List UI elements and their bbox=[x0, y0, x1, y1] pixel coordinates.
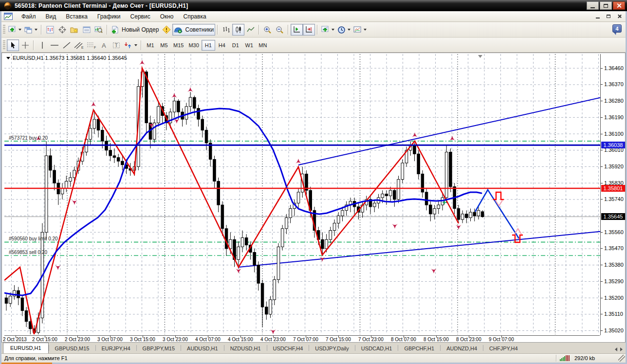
chart-tab-gbpchf-h1[interactable]: GBPCHF,H1 bbox=[398, 344, 440, 353]
chart-tab-usdchf-h4[interactable]: USDCHF,H4 bbox=[267, 344, 309, 353]
cursor-tool-button[interactable] bbox=[7, 39, 19, 51]
market-watch-button[interactable] bbox=[44, 24, 56, 36]
auto-scroll-button[interactable] bbox=[291, 24, 303, 36]
profiles-button[interactable] bbox=[23, 24, 39, 36]
resize-grip[interactable] bbox=[618, 355, 625, 362]
trendline bbox=[239, 231, 601, 267]
metaeditor-button[interactable] bbox=[160, 24, 172, 36]
horizontal-line-button[interactable] bbox=[48, 39, 60, 51]
crosshair-tool-button[interactable] bbox=[19, 39, 31, 51]
timeframe-button-m1[interactable]: M1 bbox=[144, 40, 157, 51]
chart-tab-chfjpy-h4[interactable]: CHFJPY,H4 bbox=[483, 344, 523, 353]
order-line-label[interactable]: #590560 buy limit 0.20 bbox=[9, 236, 58, 241]
menu-item-графики[interactable]: Графики bbox=[92, 12, 126, 21]
expert-advisors-button[interactable]: Советники bbox=[172, 24, 215, 36]
moving-average-line bbox=[4, 109, 481, 295]
trendline-button[interactable] bbox=[60, 39, 73, 51]
menu-item-окно[interactable]: Окно bbox=[155, 12, 179, 21]
menu-item-вид[interactable]: Вид bbox=[41, 12, 61, 21]
status-bar: Для справки, нажмите F1 292/0 kb bbox=[1, 353, 626, 363]
chart-tab-gbpjpy-m15[interactable]: GBPJPY,M15 bbox=[137, 344, 181, 353]
candle-bullish bbox=[297, 192, 300, 203]
equidistant-channel-button[interactable]: E bbox=[73, 39, 85, 51]
arrow-objects-button[interactable] bbox=[122, 39, 139, 51]
fibonacci-button[interactable]: F bbox=[85, 39, 98, 51]
line-chart-button[interactable] bbox=[244, 24, 257, 36]
candle-bearish bbox=[25, 310, 28, 321]
periods-button[interactable] bbox=[336, 24, 352, 36]
timeframe-button-mn[interactable]: MN bbox=[256, 40, 270, 51]
candle-bullish bbox=[273, 280, 276, 300]
title-bar[interactable]: 565018: Panteon Client Terminal - Демо С… bbox=[0, 0, 627, 11]
tab-scroll-left-button[interactable] bbox=[615, 347, 617, 351]
vertical-line-button[interactable] bbox=[36, 39, 48, 51]
chart-plot[interactable] bbox=[4, 54, 601, 334]
text-tool-button[interactable]: A bbox=[98, 39, 110, 51]
time-axis[interactable]: 2 Oct 20132 Oct 15:002 Oct 23:003 Oct 07… bbox=[4, 335, 600, 343]
chart-tab-audusd-h1[interactable]: AUDUSD,H1 bbox=[181, 344, 224, 353]
toolbar-separator bbox=[141, 40, 142, 50]
toolbar-grip[interactable] bbox=[3, 25, 5, 35]
horizontal-line-icon bbox=[50, 41, 59, 49]
menu-item-сервис[interactable]: Сервис bbox=[126, 12, 155, 21]
new-order-button[interactable]: Новый Ордер bbox=[110, 24, 160, 36]
child-close-button[interactable] bbox=[614, 12, 625, 20]
bar-chart-button[interactable] bbox=[220, 24, 232, 36]
chart-tab-usdjpy-daily[interactable]: USDJPY,Daily bbox=[309, 344, 355, 353]
navigator-button[interactable] bbox=[68, 24, 80, 36]
tab-scroll-right-button[interactable] bbox=[620, 347, 623, 351]
minimize-button[interactable] bbox=[587, 1, 599, 10]
new-chart-button[interactable] bbox=[7, 24, 23, 36]
chart-tab-gbpusd-m15[interactable]: GBPUSD,M15 bbox=[49, 344, 95, 353]
chart-tab-usdcad-h1[interactable]: USDCAD,H1 bbox=[355, 344, 398, 353]
connection-bars-icon bbox=[560, 355, 570, 361]
menu-item-вставка[interactable]: Вставка bbox=[61, 12, 92, 21]
close-button[interactable] bbox=[613, 1, 625, 10]
zoom-in-button[interactable] bbox=[261, 24, 274, 36]
timeframe-button-m5[interactable]: M5 bbox=[157, 40, 171, 51]
time-axis-label: 2 Oct 23:00 bbox=[65, 337, 90, 342]
timeframe-button-m30[interactable]: M30 bbox=[186, 40, 201, 51]
order-line-label[interactable]: #573721 buy 0.20 bbox=[9, 135, 48, 141]
chart-tab-nzdusd-h1[interactable]: NZDUSD,H1 bbox=[224, 344, 267, 353]
menu-item-файл[interactable]: Файл bbox=[17, 12, 41, 21]
crosshair-icon bbox=[58, 26, 66, 34]
close-icon bbox=[616, 3, 622, 8]
strategy-tester-button[interactable] bbox=[92, 24, 105, 36]
fractal-down-icon bbox=[55, 265, 61, 270]
chart-tab-audnzd-h4[interactable]: AUDNZD,H4 bbox=[441, 344, 483, 353]
templates-button[interactable] bbox=[352, 24, 368, 36]
restore-button[interactable] bbox=[600, 1, 612, 10]
child-restore-button[interactable] bbox=[603, 12, 614, 20]
toolbar-grip[interactable] bbox=[3, 40, 5, 50]
timeframe-button-m15[interactable]: M15 bbox=[171, 40, 186, 51]
text-label-button[interactable]: T bbox=[110, 39, 122, 51]
candlestick-chart-button[interactable] bbox=[232, 24, 244, 36]
price-tick bbox=[601, 199, 603, 200]
timeframe-button-w1[interactable]: W1 bbox=[242, 40, 256, 51]
indicators-button[interactable] bbox=[320, 24, 336, 36]
timeframe-button-h4[interactable]: H4 bbox=[215, 40, 229, 51]
toolbar-separator bbox=[317, 25, 318, 35]
chart-tab-eurjpy-h4[interactable]: EURJPY,H4 bbox=[96, 344, 136, 353]
data-window-button[interactable] bbox=[56, 24, 68, 36]
candle-bearish bbox=[53, 170, 56, 183]
child-minimize-button[interactable] bbox=[592, 12, 603, 20]
zoom-out-button[interactable] bbox=[274, 24, 286, 36]
menu-item-справка[interactable]: Справка bbox=[179, 12, 211, 21]
notifications-badge[interactable]: 4 bbox=[612, 24, 622, 35]
terminal-button[interactable] bbox=[80, 24, 92, 36]
timeframe-button-d1[interactable]: D1 bbox=[229, 40, 242, 51]
price-axis[interactable]: 1.364601.363701.362801.361901.361001.360… bbox=[600, 54, 625, 335]
price-badge-1.35645: 1.35645 bbox=[601, 213, 625, 220]
chart-tab-eurusd-h1[interactable]: EURUSD,H1 bbox=[3, 343, 49, 353]
chart-shift-button[interactable] bbox=[303, 24, 315, 36]
time-axis-label: 4 Oct 23:00 bbox=[260, 337, 286, 342]
fractal-up-icon bbox=[187, 87, 193, 92]
symbol-quote-label[interactable]: EURUSD,H1 1.35673 1.35681 1.35640 1.3564… bbox=[6, 55, 127, 61]
candle-bullish bbox=[437, 205, 440, 208]
order-line-label[interactable]: #569853 sell 0.20 bbox=[9, 250, 47, 255]
timeframe-button-h1[interactable]: H1 bbox=[202, 40, 215, 51]
line-chart-icon bbox=[247, 26, 255, 34]
chart-window[interactable]: EURUSD,H1 1.35673 1.35681 1.35640 1.3564… bbox=[1, 53, 626, 342]
